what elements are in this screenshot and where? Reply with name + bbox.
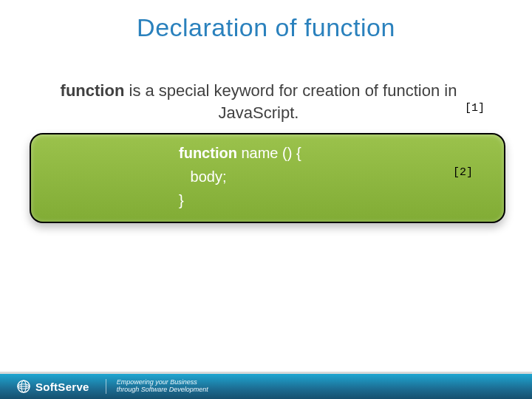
code-block-inner: function name () { body; } xyxy=(31,134,504,222)
footer-logo: SoftServe xyxy=(0,374,101,399)
description: function is a special keyword for creati… xyxy=(30,80,488,123)
code-line-1-rest: name () { xyxy=(237,145,301,161)
title-part1: Declaration xyxy=(137,13,267,41)
footer-divider xyxy=(106,379,106,394)
annotation-2: [2] xyxy=(453,166,473,179)
code-line-1: function name () { xyxy=(179,145,301,162)
annotation-1: [1] xyxy=(465,102,485,115)
code-block: function name () { body; } xyxy=(30,133,505,223)
slide-title: Declaration of function xyxy=(0,13,532,42)
footer: SoftServe Empowering your Business throu… xyxy=(0,372,532,399)
globe-icon xyxy=(16,379,31,394)
footer-tagline-line2: through Software Development xyxy=(117,386,208,394)
slide: Declaration of function function is a sp… xyxy=(0,0,532,399)
footer-brand: SoftServe xyxy=(35,381,89,393)
title-part2: of function xyxy=(276,13,395,41)
code-keyword: function xyxy=(179,145,237,161)
code-line-2: body; xyxy=(186,168,226,185)
footer-tagline: Empowering your Business through Softwar… xyxy=(117,379,208,394)
description-text: is a special keyword for creation of fun… xyxy=(124,81,457,122)
code-line-3: } xyxy=(179,192,184,209)
description-keyword: function xyxy=(61,81,125,100)
